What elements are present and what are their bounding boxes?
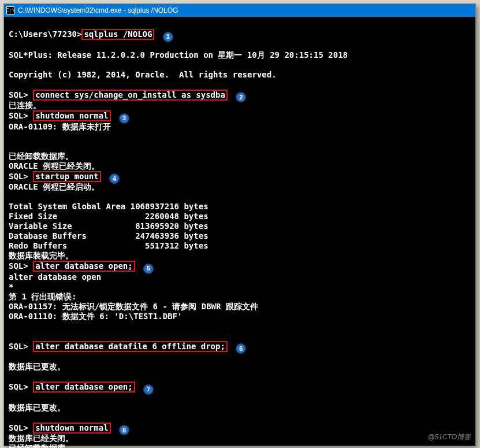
err-line: 第 1 行出现错误:: [9, 292, 77, 301]
mem-redo: Redo Buffers 5517312 bytes: [9, 241, 209, 250]
mem-dbbuf: Database Buffers 247463936 bytes: [9, 231, 209, 240]
cmd-datafile-drop: alter database datafile 6 offline drop;: [33, 341, 228, 352]
star: *: [9, 282, 13, 291]
mem-var: Variable Size 813695920 bytes: [9, 221, 209, 231]
cmd-icon: C:\: [6, 6, 14, 14]
copyright-line: Copyright (c) 1982, 2014, Oracle. All ri…: [9, 70, 277, 79]
sql-prompt: SQL>: [9, 261, 33, 271]
sql-prompt: SQL>: [9, 111, 33, 120]
echo-alter-open: alter database open: [9, 272, 101, 282]
step-badge-1: 1: [163, 32, 173, 42]
msg-oracle-started: ORACLE 例程已经启动。: [9, 182, 99, 191]
step-badge-6: 6: [236, 343, 246, 354]
mem-fixed: Fixed Size 2260048 bytes: [9, 212, 209, 221]
sql-prompt: SQL>: [9, 342, 33, 351]
sql-prompt: SQL>: [9, 382, 33, 391]
terminal-window: C:\ C:\WINDOWS\system32\cmd.exe - sqlplu…: [3, 3, 476, 446]
msg-dismounted: 已经卸载数据库。: [9, 151, 73, 161]
window-title: C:\WINDOWS\system32\cmd.exe - sqlplus /N…: [18, 6, 178, 14]
step-badge-8: 8: [119, 425, 129, 435]
cmd-shutdown-1: shutdown normal: [33, 110, 110, 121]
msg-ora01109: ORA-01109: 数据库未打开: [9, 122, 111, 131]
msg-mounted: 数据库装载完毕。: [9, 251, 73, 260]
window-title-bar[interactable]: C:\ C:\WINDOWS\system32\cmd.exe - sqlplu…: [4, 4, 475, 17]
step-badge-4: 4: [109, 173, 120, 184]
msg-dismounted-2: 已经卸载数据库。: [9, 443, 73, 448]
cmd-shutdown-2: shutdown normal: [33, 423, 110, 434]
sql-prompt: SQL>: [9, 172, 33, 181]
mem-sga: Total System Global Area 1068937216 byte…: [9, 202, 209, 211]
step-badge-5: 5: [143, 264, 154, 274]
msg-connected: 已连接。: [9, 101, 41, 110]
prompt: C:\Users\77230>: [9, 29, 81, 39]
msg-ora01110: ORA-01110: 数据文件 6: 'D:\TEST1.DBF': [9, 312, 182, 321]
msg-db-closed: 数据库已经关闭。: [9, 434, 73, 443]
cmd-startup-mount-1: startup mount: [33, 171, 101, 182]
msg-db-altered: 数据库已更改。: [9, 362, 65, 371]
msg-oracle-closed: ORACLE 例程已经关闭。: [9, 161, 99, 171]
step-badge-7: 7: [143, 384, 154, 395]
step-badge-2: 2: [236, 92, 246, 102]
sql-prompt: SQL>: [9, 423, 33, 432]
watermark: @51CTO博客: [427, 432, 471, 442]
cmd-sqlplus: sqlplus /NOLOG: [81, 29, 154, 40]
cmd-alter-open-2: alter database open;: [33, 382, 135, 393]
msg-ora01157: ORA-01157: 无法标识/锁定数据文件 6 - 请参阅 DBWR 跟踪文件: [9, 302, 258, 311]
cmd-connect: connect sys/change_on_install as sysdba: [33, 90, 228, 101]
release-line: SQL*Plus: Release 11.2.0.2.0 Production …: [9, 50, 348, 60]
sql-prompt: SQL>: [9, 90, 33, 99]
cmd-alter-open-1: alter database open;: [33, 261, 135, 272]
step-badge-3: 3: [119, 113, 129, 124]
terminal-body[interactable]: C:\Users\77230>sqlplus /NOLOG 1 SQL*Plus…: [4, 17, 475, 448]
msg-db-altered-2: 数据库已更改。: [9, 403, 65, 412]
